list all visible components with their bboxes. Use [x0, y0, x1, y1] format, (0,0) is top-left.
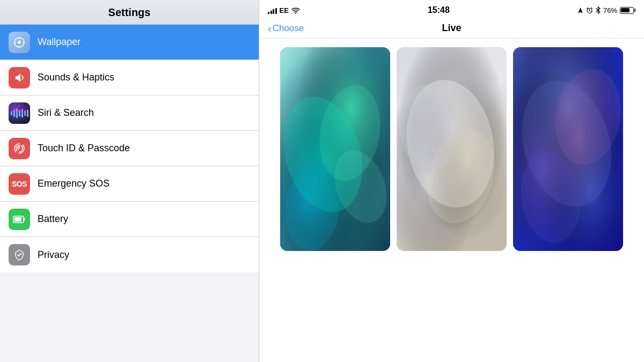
sidebar-item-touchid[interactable]: Touch ID & Passcode — [0, 131, 259, 166]
back-chevron-icon: ‹ — [268, 23, 272, 34]
bluetooth-icon — [596, 6, 601, 14]
white-smoke-svg — [397, 47, 507, 251]
status-right: 76% — [577, 6, 635, 14]
privacy-icon — [9, 244, 30, 265]
sos-icon: SOS — [9, 173, 30, 195]
sidebar-item-battery[interactable]: Battery — [0, 202, 259, 237]
carrier-label: EE — [280, 6, 289, 14]
sidebar-item-sos-label: Emergency SOS — [38, 178, 109, 189]
wallpaper-thumb-teal[interactable] — [280, 47, 390, 251]
alarm-icon — [586, 7, 593, 14]
sidebar-item-wallpaper[interactable]: Wallpaper — [0, 25, 259, 60]
sidebar-item-siri[interactable]: Siri & Search — [0, 95, 259, 131]
signal-bar-4 — [275, 8, 277, 14]
teal-smoke-svg — [280, 47, 390, 251]
wallpaper-grid — [259, 39, 644, 362]
back-label: Choose — [273, 23, 304, 34]
siri-icon — [9, 102, 30, 124]
right-panel: EE 15:48 — [259, 0, 644, 362]
settings-title: Settings — [108, 6, 151, 18]
nav-title: Live — [442, 23, 461, 34]
svg-point-1 — [18, 41, 21, 44]
battery-icon — [9, 209, 30, 230]
wifi-icon — [291, 7, 300, 14]
sidebar-item-touchid-label: Touch ID & Passcode — [38, 143, 130, 154]
status-time: 15:48 — [428, 5, 450, 15]
status-bar: EE 15:48 — [259, 0, 644, 19]
sidebar-item-sounds[interactable]: Sounds & Haptics — [0, 60, 259, 95]
settings-header: Settings — [0, 0, 259, 25]
wallpaper-thumb-purple[interactable] — [513, 47, 623, 251]
sidebar-item-siri-label: Siri & Search — [38, 107, 94, 119]
purple-smoke-svg — [513, 47, 623, 251]
sidebar-item-battery-label: Battery — [38, 213, 68, 225]
location-icon — [577, 7, 583, 14]
settings-panel: Settings Wallpaper — [0, 0, 259, 362]
status-left: EE — [268, 6, 300, 14]
sounds-icon — [9, 67, 30, 88]
wallpaper-icon — [9, 32, 30, 53]
sidebar-item-wallpaper-label: Wallpaper — [38, 36, 80, 48]
signal-bar-3 — [273, 9, 274, 14]
sidebar-item-sos[interactable]: SOS Emergency SOS — [0, 166, 259, 202]
battery-status-icon — [620, 7, 635, 14]
sidebar-item-privacy[interactable]: Privacy — [0, 237, 259, 272]
svg-point-9 — [295, 13, 296, 14]
sidebar-item-sounds-label: Sounds & Haptics — [38, 72, 114, 83]
signal-bar-2 — [270, 11, 272, 14]
sidebar-item-privacy-label: Privacy — [38, 249, 69, 261]
nav-bar: ‹ Choose Live — [259, 19, 644, 39]
battery-percent: 76% — [603, 6, 617, 14]
svg-marker-6 — [16, 73, 20, 82]
signal-bars — [268, 7, 277, 14]
touchid-icon — [9, 138, 30, 159]
signal-bar-1 — [268, 12, 269, 14]
wallpaper-thumb-white[interactable] — [397, 47, 507, 251]
svg-rect-8 — [14, 217, 21, 221]
back-button[interactable]: ‹ Choose — [268, 23, 304, 34]
settings-list: Wallpaper Sounds & Haptics — [0, 25, 259, 362]
